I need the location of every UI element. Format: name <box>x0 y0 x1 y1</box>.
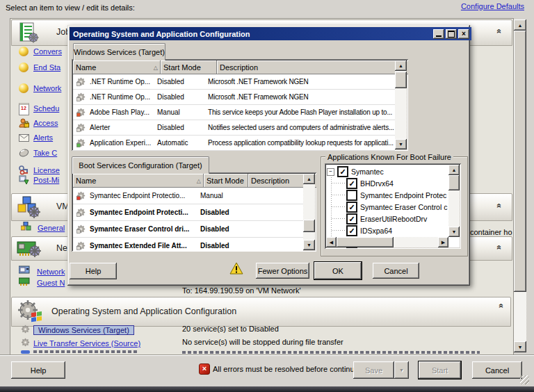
scrollbar-thumb[interactable] <box>448 175 460 190</box>
table-row[interactable]: Symantec Eraser Control dri...Disabled <box>73 221 303 238</box>
table-row[interactable]: Application Experi...AutomaticProcess ap… <box>73 136 395 151</box>
checkbox-checked[interactable]: ✓ <box>346 213 357 224</box>
tree-item[interactable]: ✓EraserUtilRebootDrv <box>346 213 427 224</box>
cancel-button[interactable]: Cancel <box>472 361 522 379</box>
table-row[interactable]: Adobe Flash Play...ManualThis service ke… <box>73 105 395 120</box>
scrollbar-thumb[interactable] <box>303 220 315 232</box>
tree-item[interactable]: Symantec Endpoint Protec <box>346 190 446 201</box>
service-gear-icon <box>21 325 30 335</box>
guest-network-item[interactable]: Guest N <box>19 277 65 287</box>
scroll-down-button[interactable]: ▼ <box>395 139 407 149</box>
checkbox-checked[interactable]: ✓ <box>337 166 348 177</box>
close-button[interactable]: × <box>458 29 469 39</box>
table-scrollbar[interactable]: ▲▼ <box>303 174 315 250</box>
description-value: Microsoft .NET Framework NGEN <box>208 93 309 101</box>
tree-item[interactable]: ✓Symantec Eraser Control c <box>346 202 447 213</box>
sidebar-item[interactable]: Take C <box>18 149 57 158</box>
dialog-help-button[interactable]: Help <box>70 263 117 279</box>
scrollbar-thumb[interactable] <box>337 237 394 247</box>
sidebar-item[interactable]: Alerts <box>18 133 53 143</box>
collapse-network-section-icon[interactable]: » <box>494 245 503 250</box>
sidebar-link[interactable]: Access <box>33 119 58 127</box>
scroll-down-button[interactable]: ▼ <box>303 240 315 250</box>
tab-windows-services[interactable]: Windows Services (Target) <box>73 43 165 60</box>
table-row[interactable]: Symantec Endpoint Protecti...Disabled <box>73 204 303 221</box>
collapse-vmware-section-icon[interactable]: » <box>494 204 503 209</box>
checkbox-unchecked[interactable] <box>346 190 357 201</box>
fewer-options-button[interactable]: Fewer Options <box>256 263 309 279</box>
os-config-item[interactable]: Windows Services (Target) <box>21 325 134 335</box>
column-header-start-mode[interactable]: Start Mode <box>204 174 248 188</box>
tree-collapse-toggle[interactable]: − <box>327 168 334 176</box>
resize-grip[interactable] <box>520 375 529 384</box>
scroll-down-button[interactable]: ▼ <box>448 227 460 237</box>
column-header-start-mode[interactable]: Start Mode <box>161 60 217 74</box>
sidebar-item[interactable]: Post-Mi <box>18 175 59 186</box>
checkbox-checked[interactable]: ✓ <box>346 202 357 213</box>
sidebar-link[interactable]: Schedu <box>33 104 59 113</box>
sidebar-link[interactable]: Take C <box>33 149 57 157</box>
checkbox-checked[interactable]: ✓ <box>346 225 357 236</box>
os-item-link[interactable]: Live Transfer Services (Source) <box>33 339 140 348</box>
table-scrollbar[interactable]: ▲▼ <box>395 60 407 149</box>
scroll-right-button[interactable]: ▶ <box>438 237 448 247</box>
ok-button[interactable]: OK <box>314 262 362 279</box>
sidebar-item[interactable]: Access <box>18 118 58 129</box>
table-row[interactable]: .NET Runtime Op...DisabledMicrosoft .NET… <box>73 90 395 105</box>
main-scrollbar-thumb[interactable] <box>514 31 526 292</box>
column-header-name[interactable]: Name△ <box>73 60 161 74</box>
table-row[interactable]: .NET Runtime Op...DisabledMicrosoft .NET… <box>73 74 395 90</box>
dialog-titlebar[interactable]: Operating System and Application Configu… <box>70 27 471 40</box>
table-row[interactable]: Symantec Endpoint Protectio...Manual <box>73 188 303 204</box>
configure-defaults-link[interactable]: Configure Defaults <box>461 2 524 10</box>
tab-boot-services[interactable]: Boot Services Configuration (Target) <box>72 156 209 174</box>
sidebar-link[interactable]: Convers <box>33 47 62 56</box>
collapse-job-section-icon[interactable]: » <box>494 29 503 34</box>
column-header-description[interactable]: Description <box>217 60 408 74</box>
os-config-item[interactable]: Live Transfer Services (Source) <box>21 338 140 348</box>
scroll-up-button[interactable]: ▲ <box>303 174 315 184</box>
general-link[interactable]: General <box>38 224 65 232</box>
save-dropdown-button[interactable]: ▼ <box>394 361 409 379</box>
scroll-left-button[interactable]: ◀ <box>326 237 337 247</box>
scrollbar-thumb[interactable] <box>395 72 407 88</box>
tree-horizontal-scrollbar[interactable]: ◀▶ <box>326 237 448 247</box>
sidebar-item[interactable]: End Sta <box>18 63 60 74</box>
general-item[interactable]: General <box>21 222 65 232</box>
sidebar-link[interactable]: License <box>33 166 60 174</box>
main-scrollbar[interactable]: ▲ ▼ <box>514 19 526 352</box>
tree-item[interactable]: ✓BHDrvx64 <box>346 178 394 189</box>
maximize-button[interactable] <box>446 29 457 39</box>
save-button[interactable]: Save <box>353 361 394 379</box>
cell-start-mode: Automatic <box>155 139 206 147</box>
collapse-os-section-icon[interactable]: » <box>496 304 505 309</box>
sidebar-item[interactable]: 12Schedu <box>18 103 59 115</box>
scroll-up-button[interactable]: ▲ <box>448 165 460 175</box>
sidebar-link[interactable]: Network <box>33 84 61 92</box>
start-button[interactable]: Start <box>419 361 461 379</box>
sidebar-item[interactable]: Convers <box>18 47 62 58</box>
column-header-name[interactable]: Name△ <box>73 174 204 188</box>
os-config-section-header[interactable]: Operating System and Application Configu… <box>11 297 511 327</box>
sidebar-item[interactable]: Network <box>18 83 61 95</box>
sidebar-link[interactable]: End Sta <box>33 63 60 72</box>
guest-network-link[interactable]: Guest N <box>37 279 65 287</box>
os-item-label-selected[interactable]: Windows Services (Target) <box>33 325 134 335</box>
sidebar-link[interactable]: Alerts <box>33 133 53 142</box>
network-adapter-link[interactable]: Network <box>37 268 65 276</box>
table-row[interactable]: Symantec Extended File Att...Disabled <box>73 238 303 252</box>
sidebar-link[interactable]: Post-Mi <box>33 176 59 184</box>
minimize-button[interactable] <box>433 29 444 39</box>
table-row[interactable]: AlerterDisabledNotifies selected users a… <box>73 120 395 136</box>
tree-vertical-scrollbar[interactable]: ▲▼ <box>448 165 460 237</box>
tree-item-root[interactable]: −✓Symantec <box>327 166 384 177</box>
page-instruction: Select an item to view / edit its detail… <box>6 3 135 12</box>
scroll-down-button[interactable]: ▼ <box>514 341 526 352</box>
help-button[interactable]: Help <box>11 361 65 379</box>
dialog-cancel-button[interactable]: Cancel <box>373 263 419 279</box>
checkbox-checked[interactable]: ✓ <box>346 178 357 189</box>
scroll-up-button[interactable]: ▲ <box>395 60 407 71</box>
tree-item[interactable]: ✓IDSxpa64 <box>346 225 392 236</box>
network-adapter-item[interactable]: Network <box>19 266 65 276</box>
scroll-up-button[interactable]: ▲ <box>514 19 526 31</box>
